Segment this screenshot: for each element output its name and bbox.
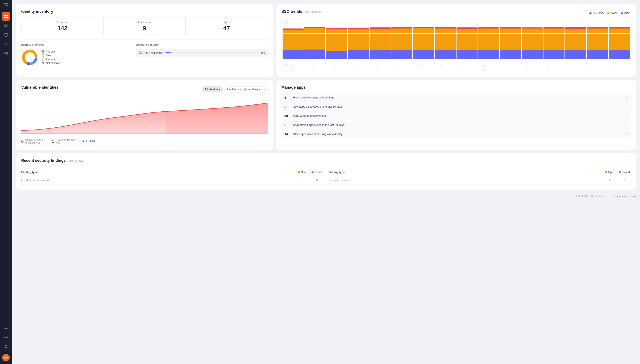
mfa-bar-fill — [166, 52, 259, 53]
employees-label: Employees — [108, 21, 181, 24]
open-dot-right — [605, 171, 607, 173]
non-sso-segment — [544, 50, 564, 59]
x-label-12: Nov 17 — [547, 66, 566, 70]
non-sso-segment — [587, 50, 608, 59]
bar-group-11 — [522, 28, 543, 59]
sso-header: SSO trends (last 3 months) Non-SSO SAML … — [282, 9, 631, 17]
svg-rect-0 — [4, 15, 6, 16]
bar-group-7 — [434, 27, 456, 59]
user-avatar[interactable]: KD — [2, 354, 10, 362]
app-row-0[interactable]: 3High-sensitivity apps with findings↗ — [282, 93, 631, 102]
employees-value: 9 — [108, 25, 181, 32]
x-label-5: Sep 29 — [397, 66, 416, 70]
svg-rect-28 — [139, 51, 142, 53]
col-closed-left: Closed — [311, 171, 324, 174]
col-type-right: Finding type — [328, 170, 602, 174]
accounts-stat[interactable]: Accounts 142 — [22, 18, 104, 35]
bar-group-0 — [282, 28, 304, 59]
filter-tabs: All identities Identities on high-sensit… — [202, 86, 268, 92]
takeover-label: Account takeover risk — [56, 138, 77, 145]
mfa-label: MFA registered — [144, 51, 163, 54]
non-sso-segment — [304, 50, 325, 59]
findings-left-header: Finding type Open Closed — [21, 170, 324, 176]
svg-rect-12 — [4, 52, 8, 55]
app-row-label-2: Apps without sensitivity set — [293, 114, 623, 117]
finding-row-mfa: MFA not registered 0 0 — [21, 176, 324, 184]
saml-segment — [544, 28, 564, 50]
sidebar-item-monitor[interactable] — [2, 31, 10, 39]
privacy-policy-link[interactable]: Privacy policy — [612, 195, 627, 197]
critical-num: 0 — [21, 139, 24, 144]
saml-segment — [587, 28, 608, 50]
app-row-2[interactable]: 39Apps without sensitivity set↗ — [282, 112, 631, 120]
bar-group-5 — [391, 27, 412, 59]
weak-password-closed-val: 0 — [618, 178, 631, 182]
findings-left-table: Finding type Open Closed — [21, 170, 324, 184]
app-row-arrow-0[interactable]: ↗ — [625, 96, 628, 99]
app-row-4[interactable]: 14Other apps accessed using work identit… — [282, 130, 631, 138]
x-label-11: Nov 10 — [526, 66, 544, 70]
svg-rect-32 — [22, 179, 24, 181]
divider — [21, 40, 268, 40]
col-type-left: Finding type — [21, 170, 294, 174]
manage-apps-title: Manage apps — [282, 85, 631, 90]
manage-apps-card: Manage apps 3High-sensitivity apps with … — [276, 80, 636, 150]
findings-subtitle: (last 30 days) — [68, 159, 84, 162]
svg-point-35 — [329, 180, 330, 181]
security-section: Account security MFA registered 6% — [136, 43, 268, 56]
employees-stat[interactable]: Employees 9 — [104, 18, 186, 35]
sidebar-item-bell[interactable] — [2, 343, 10, 351]
mfa-closed-val: 0 — [311, 178, 324, 182]
providers-section: Identity providers — [21, 43, 131, 66]
app-row-label-1: New apps discovered in the last 30 days — [293, 105, 628, 108]
sidebar-item-messages[interactable] — [2, 50, 10, 58]
app-row-arrow-2[interactable]: ↗ — [625, 114, 628, 118]
sso-legend: Non-SSO SAML OIDC — [590, 12, 631, 15]
bar-group-12 — [544, 27, 564, 59]
findings-right-table: Finding type Open Closed — [328, 170, 631, 184]
svg-rect-1 — [6, 15, 8, 16]
saml-segment — [609, 28, 630, 50]
app-row-arrow-4[interactable]: ↗ — [625, 132, 628, 136]
app-row-3: 0Unapproved apps used in the last 30 day… — [282, 120, 631, 129]
sidebar-item-settings[interactable] — [2, 324, 10, 332]
main-content: Identity inventory Accounts 142 Employee… — [12, 0, 640, 364]
top-row: Identity inventory Accounts 142 Employee… — [16, 4, 636, 77]
terms-link[interactable]: Terms — [629, 195, 636, 197]
svg-rect-24 — [42, 52, 43, 53]
x-label-15: TODAY — [611, 66, 630, 70]
open-dot-left — [298, 171, 300, 173]
vuln-title: Vulnerable identities — [21, 85, 58, 90]
mfa-finding-text: MFA not registered — [26, 178, 49, 182]
not-observed-icon — [42, 62, 45, 65]
legend-microsoft-label: Microsoft — [46, 50, 56, 53]
saml-segment — [413, 28, 434, 50]
nomfa-label: No MFA — [86, 140, 95, 143]
closed-dot-right — [619, 171, 621, 173]
legend-okta-label: Okta — [46, 54, 51, 57]
sidebar-item-help[interactable]: ? — [2, 334, 10, 342]
non-sso-dot — [590, 12, 592, 14]
saml-segment — [434, 28, 456, 50]
non-sso-segment — [282, 50, 304, 59]
findings-title: Recent security findings — [21, 158, 66, 163]
apps-stat[interactable]: Apps 47 — [186, 18, 268, 35]
sidebar-item-target[interactable] — [2, 22, 10, 30]
logo: //O — [4, 2, 8, 7]
sidebar-item-search[interactable] — [2, 40, 10, 49]
sidebar-item-dashboard[interactable] — [2, 12, 10, 20]
non-sso-segment — [478, 50, 499, 59]
monitor-small-icon — [21, 179, 24, 182]
app-row-num-4: 14 — [284, 132, 290, 136]
identity-inventory-card: Identity inventory Accounts 142 Employee… — [16, 4, 273, 77]
bar-group-2 — [326, 28, 347, 59]
non-sso-segment — [413, 50, 434, 59]
legend-password-label: Password — [46, 58, 57, 61]
filter-high-sensitivity[interactable]: Identities on high-sensitivity apps — [224, 86, 268, 92]
filter-all-identities[interactable]: All identities — [202, 86, 223, 92]
nomfa-num: 7 — [82, 139, 84, 144]
x-label-14: Dec 1 — [590, 66, 608, 70]
saml-segment — [522, 28, 543, 50]
sso-subtitle: (last 3 months) — [304, 10, 322, 14]
saml-segment — [391, 28, 412, 50]
